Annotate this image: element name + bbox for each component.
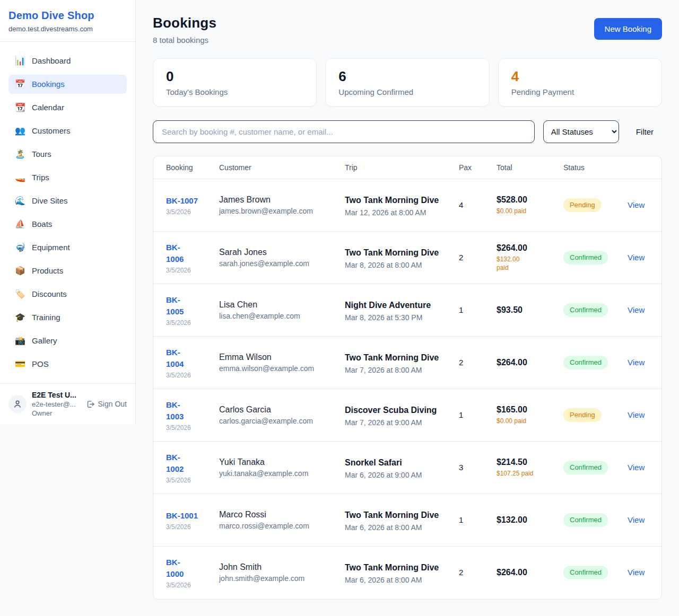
booking-cell: BK-10063/5/2026	[153, 232, 213, 284]
actions-cell: View	[621, 232, 662, 284]
sidebar-item-equipment[interactable]: 🤿Equipment	[8, 238, 127, 257]
trip-name: Discover Scuba Diving	[345, 404, 446, 416]
user-name: E2E Test U...	[32, 391, 81, 399]
dashboard-chart-icon: 📊	[15, 56, 25, 66]
booking-id-link[interactable]: BK-1002	[166, 452, 184, 475]
actions-cell: View	[621, 337, 662, 389]
sidebar-item-training[interactable]: 🎓Training	[8, 308, 127, 327]
booking-cell: BK-10023/5/2026	[153, 442, 213, 494]
booking-id-link[interactable]: BK-1004	[166, 347, 184, 370]
column-header-customer: Customer	[213, 156, 338, 179]
booking-id-link[interactable]: BK-1007	[166, 195, 198, 207]
bookings-calendar-icon: 📅	[15, 79, 25, 90]
sidebar-item-boats[interactable]: ⛵Boats	[8, 215, 127, 234]
stats-cards: 0Today's Bookings6Upcoming Confirmed4Pen…	[153, 58, 662, 107]
column-header-status: Status	[557, 156, 621, 179]
table-row: BK-10033/5/2026Carlos Garciacarlos.garci…	[153, 389, 662, 442]
trip-datetime: Mar 6, 2026 at 9:00 AM	[345, 471, 446, 479]
trips-speedboat-icon: 🚤	[15, 172, 25, 183]
sidebar-item-dive-sites[interactable]: 🌊Dive Sites	[8, 191, 127, 210]
customer-email: carlos.garcia@example.com	[219, 417, 332, 425]
stat-card-pending-payment: 4Pending Payment	[498, 58, 662, 107]
view-link[interactable]: View	[628, 568, 645, 577]
view-link[interactable]: View	[628, 358, 645, 367]
page-header: Bookings 8 total bookings New Booking	[153, 15, 662, 45]
sidebar-item-label: Boats	[32, 219, 52, 230]
booking-id-link[interactable]: BK-1006	[166, 242, 184, 265]
total-cell: $165.00$0.00 paid	[490, 389, 557, 442]
booking-cell: BK-10003/5/2026	[153, 547, 213, 599]
actions-cell: View	[621, 547, 662, 599]
table-row: BK-10073/5/2026James Brownjames.brown@ex…	[153, 179, 662, 232]
customer-email: emma.wilson@example.com	[219, 364, 332, 373]
sidebar-item-tours[interactable]: 🏝️Tours	[8, 145, 127, 164]
view-link[interactable]: View	[628, 463, 645, 472]
trip-name: Two Tank Morning Dive	[345, 194, 446, 206]
user-email: e2e-tester@...	[32, 400, 81, 408]
booking-id-link[interactable]: BK-1003	[166, 399, 184, 423]
stat-card-upcoming-confirmed: 6Upcoming Confirmed	[325, 58, 489, 107]
status-badge: Confirmed	[563, 356, 608, 369]
search-input[interactable]	[153, 120, 535, 143]
status-cell: Confirmed	[557, 284, 621, 337]
status-filter-select[interactable]: All Statuses	[543, 120, 619, 143]
customer-email: john.smith@example.com	[219, 574, 332, 583]
view-link[interactable]: View	[628, 410, 645, 419]
total-cell: $264.00$132.00paid	[490, 232, 557, 284]
pax-cell: 2	[452, 547, 490, 599]
booking-id-link[interactable]: BK-1005	[166, 294, 184, 318]
view-link[interactable]: View	[628, 200, 645, 209]
pax-value: 2	[459, 253, 463, 262]
sidebar-item-pos[interactable]: 💳POS	[8, 355, 127, 374]
stat-value: 4	[511, 68, 649, 85]
sidebar-item-bookings[interactable]: 📅Bookings	[8, 75, 127, 94]
status-cell: Confirmed	[557, 494, 621, 547]
stat-label: Upcoming Confirmed	[338, 87, 476, 96]
actions-cell: View	[621, 494, 662, 547]
column-header-booking: Booking	[153, 156, 213, 179]
filter-button[interactable]: Filter	[628, 127, 662, 136]
sidebar-item-calendar[interactable]: 📆Calendar	[8, 98, 127, 117]
bookings-table: BookingCustomerTripPaxTotalStatus BK-100…	[153, 156, 662, 599]
booking-date: 3/5/2026	[166, 372, 206, 379]
new-booking-button[interactable]: New Booking	[594, 18, 662, 40]
booking-cell: BK-10053/5/2026	[153, 284, 213, 337]
pax-value: 3	[459, 463, 463, 472]
total-amount: $264.00	[497, 568, 551, 577]
status-badge: Confirmed	[563, 513, 608, 527]
sign-out-button[interactable]: Sign Out	[86, 400, 127, 409]
total-amount: $93.50	[497, 305, 551, 315]
stat-card-today-s-bookings: 0Today's Bookings	[153, 58, 317, 107]
page-title: Bookings	[153, 15, 216, 31]
pax-cell: 1	[452, 284, 490, 337]
trip-cell: Two Tank Morning DiveMar 6, 2026 at 8:00…	[338, 547, 452, 599]
page-header-text: Bookings 8 total bookings	[153, 15, 216, 45]
booking-date: 3/5/2026	[166, 208, 206, 216]
trip-cell: Two Tank Morning DiveMar 7, 2026 at 8:00…	[338, 337, 452, 389]
sidebar: Demo Dive Shop demo.test.divestreams.com…	[0, 0, 136, 424]
sidebar-item-trips[interactable]: 🚤Trips	[8, 168, 127, 187]
amount-paid: $0.00 paid	[497, 207, 551, 215]
booking-id-link[interactable]: BK-1000	[166, 557, 184, 580]
view-link[interactable]: View	[628, 253, 645, 262]
customer-name: Emma Wilson	[219, 353, 332, 362]
status-cell: Confirmed	[557, 337, 621, 389]
amount-paid: $0.00 paid	[497, 417, 551, 425]
customer-name: Marco Rossi	[219, 510, 332, 520]
trip-datetime: Mar 8, 2026 at 5:30 PM	[345, 313, 446, 322]
view-link[interactable]: View	[628, 305, 645, 314]
training-grad-cap-icon: 🎓	[15, 312, 25, 323]
stat-value: 0	[166, 68, 303, 85]
sidebar-item-dashboard[interactable]: 📊Dashboard	[8, 51, 127, 71]
sidebar-item-gallery[interactable]: 📸Gallery	[8, 331, 127, 350]
booking-date: 3/5/2026	[166, 523, 206, 531]
sidebar-item-discounts[interactable]: 🏷️Discounts	[8, 285, 127, 304]
pax-value: 2	[459, 358, 463, 367]
sidebar-item-products[interactable]: 📦Products	[8, 261, 127, 280]
view-link[interactable]: View	[628, 515, 645, 524]
sidebar-item-customers[interactable]: 👥Customers	[8, 121, 127, 140]
status-badge: Confirmed	[563, 566, 608, 579]
booking-id-link[interactable]: BK-1001	[166, 510, 198, 522]
status-cell: Pending	[557, 179, 621, 232]
trip-datetime: Mar 7, 2026 at 8:00 AM	[345, 366, 446, 374]
